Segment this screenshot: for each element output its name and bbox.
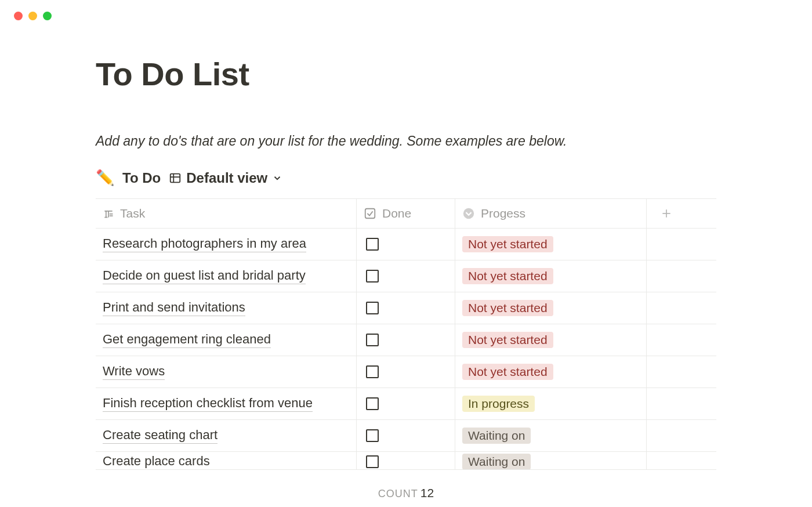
- plus-icon: [661, 208, 672, 219]
- progress-tag: Not yet started: [462, 300, 553, 316]
- database-table: Task Done Progess: [96, 198, 716, 470]
- progress-cell[interactable]: Waiting on: [455, 452, 647, 469]
- table-row[interactable]: Decide on guest list and bridal partyNot…: [96, 260, 716, 292]
- database-name[interactable]: To Do: [122, 170, 161, 186]
- done-cell[interactable]: [357, 388, 455, 419]
- table-row[interactable]: Create place cardsWaiting on: [96, 452, 716, 469]
- done-cell[interactable]: [357, 452, 455, 469]
- task-text: Finish reception checklist from venue: [103, 396, 313, 412]
- page-description[interactable]: Add any to do's that are on your list fo…: [96, 133, 716, 149]
- done-checkbox[interactable]: [366, 429, 379, 442]
- svg-point-4: [463, 208, 474, 219]
- column-header-done-label: Done: [382, 207, 411, 220]
- select-property-icon: [462, 207, 475, 220]
- progress-cell[interactable]: Not yet started: [455, 324, 647, 356]
- empty-cell[interactable]: [647, 292, 716, 324]
- empty-cell[interactable]: [647, 452, 716, 469]
- task-cell[interactable]: Write vows: [96, 356, 357, 388]
- count-value: 12: [420, 486, 434, 499]
- pencil-icon: ✏️: [96, 169, 114, 187]
- done-checkbox[interactable]: [366, 455, 379, 468]
- progress-tag: In progress: [462, 396, 535, 412]
- done-cell[interactable]: [357, 292, 455, 324]
- task-cell[interactable]: Create place cards: [96, 452, 357, 469]
- close-window-dot[interactable]: [14, 12, 23, 20]
- count-label: COUNT: [378, 488, 418, 499]
- task-cell[interactable]: Print and send invitations: [96, 292, 357, 324]
- empty-cell[interactable]: [647, 324, 716, 356]
- done-cell[interactable]: [357, 324, 455, 356]
- svg-rect-0: [171, 173, 180, 182]
- table-icon: [169, 172, 182, 184]
- empty-cell[interactable]: [647, 229, 716, 260]
- table-row[interactable]: Get engagement ring cleanedNot yet start…: [96, 324, 716, 356]
- empty-cell[interactable]: [647, 356, 716, 388]
- add-column-button[interactable]: [647, 199, 716, 228]
- column-header-done[interactable]: Done: [357, 199, 455, 228]
- done-checkbox[interactable]: [366, 334, 379, 346]
- table-row[interactable]: Create seating chartWaiting on: [96, 420, 716, 452]
- progress-tag: Waiting on: [462, 428, 531, 444]
- done-checkbox[interactable]: [366, 270, 379, 283]
- table-header-row: Task Done Progess: [96, 199, 716, 229]
- table-row[interactable]: Finish reception checklist from venueIn …: [96, 388, 716, 420]
- done-checkbox[interactable]: [366, 365, 379, 378]
- progress-tag: Not yet started: [462, 332, 553, 348]
- table-footer-count: COUNT12: [0, 486, 812, 500]
- done-cell[interactable]: [357, 229, 455, 260]
- column-header-progress[interactable]: Progess: [455, 199, 647, 228]
- progress-tag: Waiting on: [462, 454, 531, 469]
- done-cell[interactable]: [357, 356, 455, 388]
- progress-tag: Not yet started: [462, 268, 553, 284]
- progress-cell[interactable]: Not yet started: [455, 229, 647, 260]
- page-title[interactable]: To Do List: [96, 55, 716, 93]
- task-text: Get engagement ring cleaned: [103, 332, 271, 348]
- task-cell[interactable]: Decide on guest list and bridal party: [96, 260, 357, 292]
- database-header: ✏️ To Do Default view: [96, 169, 716, 187]
- table-row[interactable]: Research photographers in my areaNot yet…: [96, 229, 716, 260]
- done-cell[interactable]: [357, 260, 455, 292]
- task-cell[interactable]: Research photographers in my area: [96, 229, 357, 260]
- maximize-window-dot[interactable]: [43, 12, 52, 20]
- empty-cell[interactable]: [647, 388, 716, 419]
- progress-cell[interactable]: In progress: [455, 388, 647, 419]
- text-property-icon: [103, 208, 114, 219]
- task-text: Create place cards: [103, 454, 210, 469]
- page-content: To Do List Add any to do's that are on y…: [0, 0, 812, 470]
- column-header-task-label: Task: [120, 207, 145, 220]
- progress-cell[interactable]: Waiting on: [455, 420, 647, 451]
- task-text: Create seating chart: [103, 428, 217, 444]
- empty-cell[interactable]: [647, 260, 716, 292]
- checkbox-property-icon: [364, 207, 376, 220]
- minimize-window-dot[interactable]: [28, 12, 37, 20]
- chevron-down-icon: [272, 173, 282, 183]
- view-switcher[interactable]: Default view: [169, 170, 282, 186]
- progress-tag: Not yet started: [462, 364, 553, 380]
- progress-tag: Not yet started: [462, 236, 553, 252]
- table-row[interactable]: Print and send invitationsNot yet starte…: [96, 292, 716, 324]
- progress-cell[interactable]: Not yet started: [455, 292, 647, 324]
- column-header-task[interactable]: Task: [96, 199, 357, 228]
- view-label: Default view: [186, 170, 267, 186]
- task-text: Decide on guest list and bridal party: [103, 268, 306, 284]
- done-cell[interactable]: [357, 420, 455, 451]
- done-checkbox[interactable]: [366, 238, 379, 251]
- task-text: Research photographers in my area: [103, 236, 306, 252]
- progress-cell[interactable]: Not yet started: [455, 260, 647, 292]
- task-cell[interactable]: Create seating chart: [96, 420, 357, 451]
- task-text: Print and send invitations: [103, 300, 245, 316]
- progress-cell[interactable]: Not yet started: [455, 356, 647, 388]
- window-traffic-lights: [14, 12, 52, 20]
- task-cell[interactable]: Get engagement ring cleaned: [96, 324, 357, 356]
- task-cell[interactable]: Finish reception checklist from venue: [96, 388, 357, 419]
- table-row[interactable]: Write vowsNot yet started: [96, 356, 716, 388]
- svg-rect-3: [365, 209, 375, 219]
- task-text: Write vows: [103, 364, 165, 380]
- column-header-progress-label: Progess: [481, 207, 525, 220]
- done-checkbox[interactable]: [366, 397, 379, 410]
- empty-cell[interactable]: [647, 420, 716, 451]
- done-checkbox[interactable]: [366, 302, 379, 314]
